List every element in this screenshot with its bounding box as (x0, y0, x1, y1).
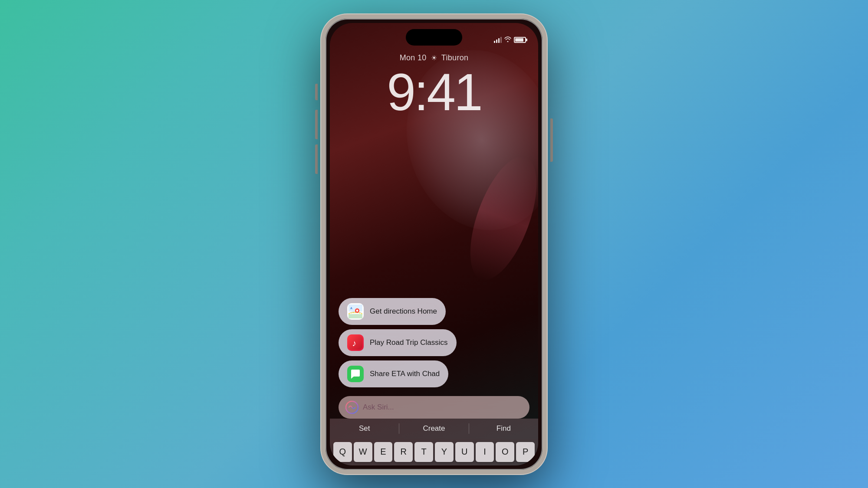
suggestion-music-text: Play Road Trip Classics (370, 338, 448, 347)
suggestions-area: A Get directions Home (330, 298, 538, 387)
key-p[interactable]: P (516, 442, 535, 462)
suggestion-messages-text: Share ETA with Chad (370, 370, 440, 378)
keyboard-suggestion-find[interactable]: Find (469, 424, 538, 433)
date-label: Mon 10 (400, 53, 427, 62)
key-u[interactable]: U (455, 442, 474, 462)
screen: Mon 10 ☀ Tiburon 9:41 (330, 23, 538, 465)
background: Mon 10 ☀ Tiburon 9:41 (321, 14, 547, 474)
location-label: Tiburon (441, 53, 468, 62)
key-r[interactable]: R (394, 442, 413, 462)
music-icon: ♪ (347, 334, 364, 351)
keyboard-row: Q W E R T Y U I O P (330, 439, 538, 465)
key-o[interactable]: O (496, 442, 514, 462)
lock-content: Mon 10 ☀ Tiburon 9:41 (330, 53, 538, 118)
svg-point-4 (356, 309, 358, 311)
key-t[interactable]: T (414, 442, 433, 462)
siri-placeholder: Ask Siri... (363, 403, 523, 412)
status-icons (494, 36, 526, 43)
siri-bar[interactable]: Ask Siri... (339, 396, 529, 419)
maps-icon: A (347, 303, 364, 320)
key-q[interactable]: Q (333, 442, 352, 462)
siri-orb-icon (345, 401, 358, 414)
suggestion-music[interactable]: ♪ Play Road Trip Classics (339, 329, 457, 356)
key-e[interactable]: E (374, 442, 393, 462)
volume-up-button[interactable] (315, 110, 318, 139)
suggestion-messages[interactable]: Share ETA with Chad (339, 360, 448, 387)
power-button[interactable] (550, 118, 553, 162)
dynamic-island (406, 29, 462, 46)
wifi-icon (504, 36, 511, 43)
suggestion-directions-text: Get directions Home (370, 307, 437, 316)
keyboard-suggestions-row: Set Create Find (330, 419, 538, 439)
volume-down-button[interactable] (315, 144, 318, 174)
signal-icon (494, 37, 502, 43)
sun-icon: ☀ (431, 54, 437, 62)
date-weather-row: Mon 10 ☀ Tiburon (330, 53, 538, 62)
clock-display: 9:41 (330, 66, 538, 118)
messages-icon (347, 366, 364, 382)
battery-icon (514, 37, 526, 43)
key-w[interactable]: W (354, 442, 372, 462)
mute-button[interactable] (315, 84, 318, 100)
keyboard-suggestion-set[interactable]: Set (330, 424, 399, 433)
phone-frame: Mon 10 ☀ Tiburon 9:41 (321, 14, 547, 474)
svg-text:A: A (350, 307, 352, 310)
key-i[interactable]: I (476, 442, 494, 462)
svg-text:♪: ♪ (352, 338, 356, 348)
keyboard-suggestion-create[interactable]: Create (399, 424, 468, 433)
key-y[interactable]: Y (435, 442, 454, 462)
svg-rect-2 (349, 314, 362, 318)
suggestion-directions[interactable]: A Get directions Home (339, 298, 446, 325)
phone-wrapper: Mon 10 ☀ Tiburon 9:41 (321, 14, 547, 474)
